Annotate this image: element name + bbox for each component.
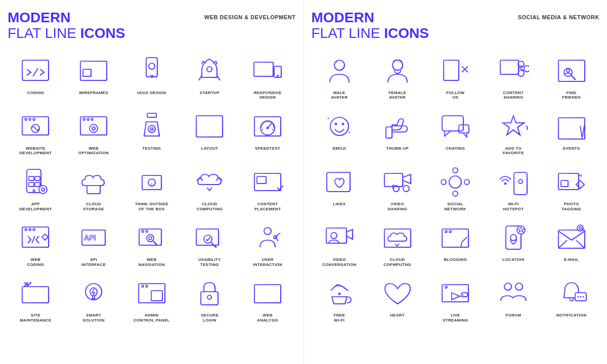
svg-rect-50 (196, 116, 223, 137)
icon-ui-ux: UI/UX DESIGN (123, 51, 180, 102)
svg-point-269 (515, 283, 523, 290)
svg-rect-56 (254, 117, 281, 136)
icon-web-analysis: WEBANALYSIS (240, 273, 296, 325)
icon-layout: LAYOUT (182, 106, 238, 158)
icon-live-streaming: LIVESTREAMING (427, 273, 484, 325)
svg-point-109 (142, 231, 144, 233)
svg-line-112 (153, 241, 156, 244)
left-panel: MODERN FLAT LINE ICONS WEB DESIGN & DEVE… (0, 0, 304, 364)
svg-rect-67 (29, 183, 34, 187)
svg-marker-192 (503, 116, 524, 135)
icon-chating: CHATING (427, 106, 484, 158)
icon-startup: STARTUP (182, 51, 238, 102)
icon-wireframes: WIREFRAMES (66, 51, 122, 102)
left-icon-grid: CODING WIREFRAMES (8, 51, 296, 325)
svg-rect-188 (442, 116, 463, 131)
icon-speedtest: SPEEDTEST (240, 106, 296, 158)
svg-point-135 (146, 285, 148, 287)
svg-point-275 (580, 296, 581, 298)
icon-testing: TESTING (123, 106, 180, 158)
svg-line-205 (582, 126, 584, 138)
svg-rect-228 (561, 180, 568, 187)
icon-heart: HEART (369, 273, 425, 325)
right-panel: MODERN FLAT LINE ICONS SOCIAL MEDIA & NE… (304, 0, 608, 364)
icon-think-outside: THINK OUTSIDEOF THE BOX (123, 162, 180, 213)
svg-line-176 (571, 75, 575, 79)
svg-line-256 (576, 240, 585, 248)
icon-site-maintenance: SITEMAINTENANCE (8, 273, 64, 325)
svg-point-110 (146, 231, 148, 233)
svg-rect-139 (151, 291, 162, 301)
icon-cloud-computing2: CLOUDCOPMPUTNG (369, 217, 425, 269)
svg-point-212 (453, 168, 458, 173)
svg-point-178 (330, 117, 349, 135)
svg-point-48 (148, 125, 155, 132)
svg-point-225 (504, 182, 506, 185)
icon-forum: FORUM (486, 273, 542, 325)
svg-rect-187 (386, 127, 392, 138)
svg-point-213 (453, 191, 458, 196)
svg-point-259 (338, 293, 340, 295)
left-section-label: WEB DESIGN & DEVELOPMENT (204, 10, 296, 20)
svg-point-30 (25, 118, 27, 120)
icon-secure-login: SECURELOGIN (182, 273, 238, 325)
svg-point-39 (91, 118, 93, 120)
svg-marker-263 (452, 293, 460, 300)
icon-website-dev: WEBSITEDEVELOPMENT (8, 106, 64, 158)
icon-app-dev: APPDEVELOPMENT (8, 162, 64, 213)
svg-line-255 (558, 240, 567, 248)
svg-rect-9 (83, 69, 91, 76)
svg-point-69 (33, 190, 35, 192)
svg-rect-72 (87, 186, 100, 194)
svg-rect-46 (147, 113, 156, 117)
svg-point-70 (39, 186, 47, 194)
svg-line-61 (272, 129, 273, 130)
icon-follow-us: FOLLOWUS (427, 51, 484, 102)
svg-rect-68 (35, 183, 40, 187)
icon-web-opt: WEBOPTIMIZATION (66, 106, 122, 158)
icon-find-friends: FINDFRIENDS (543, 51, 599, 102)
svg-rect-21 (254, 62, 273, 76)
svg-point-40 (90, 124, 98, 132)
svg-rect-25 (274, 66, 281, 77)
icon-free-wifi: FREEWI-FI (312, 273, 368, 325)
icon-location: LOCATION (486, 217, 542, 269)
icon-email: E-MAIL (543, 217, 599, 269)
svg-point-134 (142, 285, 144, 287)
svg-line-247 (461, 242, 462, 247)
icon-likes: LIKES (312, 162, 368, 213)
svg-line-119 (275, 233, 280, 237)
svg-point-27 (277, 75, 279, 76)
svg-line-204 (580, 126, 582, 138)
svg-point-41 (92, 127, 95, 130)
svg-point-180 (341, 122, 344, 125)
svg-point-268 (504, 283, 511, 290)
svg-point-97 (25, 229, 27, 231)
icon-usability: USABILITYTESTING (182, 217, 238, 269)
icon-notification: NOTIFICATION (543, 273, 599, 325)
svg-point-211 (449, 176, 461, 188)
svg-point-209 (403, 186, 409, 192)
icon-coding: CODING (8, 51, 64, 102)
svg-point-59 (267, 126, 269, 129)
icon-thumb-up: THUMB UP (369, 106, 425, 158)
svg-point-257 (577, 225, 583, 231)
svg-point-113 (149, 237, 152, 240)
svg-point-241 (445, 231, 447, 233)
svg-point-215 (464, 179, 469, 185)
svg-point-49 (150, 127, 153, 130)
icon-cloud-storage: CLOUDSTORAGE (66, 162, 122, 213)
svg-point-242 (449, 231, 451, 233)
svg-point-118 (264, 228, 271, 235)
svg-marker-101 (42, 234, 48, 240)
svg-point-276 (582, 296, 584, 298)
svg-rect-254 (558, 230, 585, 248)
icon-emoji: EMOJI (312, 106, 368, 158)
svg-line-100 (32, 236, 35, 243)
svg-point-274 (577, 296, 579, 298)
icon-api: API APIINTERFACE (66, 217, 122, 269)
icon-web-nav: WEBNAVIGATION (123, 217, 180, 269)
icon-cloud-computing: CLOUDCOMPUTING (182, 162, 238, 213)
svg-point-129 (85, 284, 102, 300)
right-brand-title: MODERN FLAT LINE ICONS (312, 10, 429, 41)
